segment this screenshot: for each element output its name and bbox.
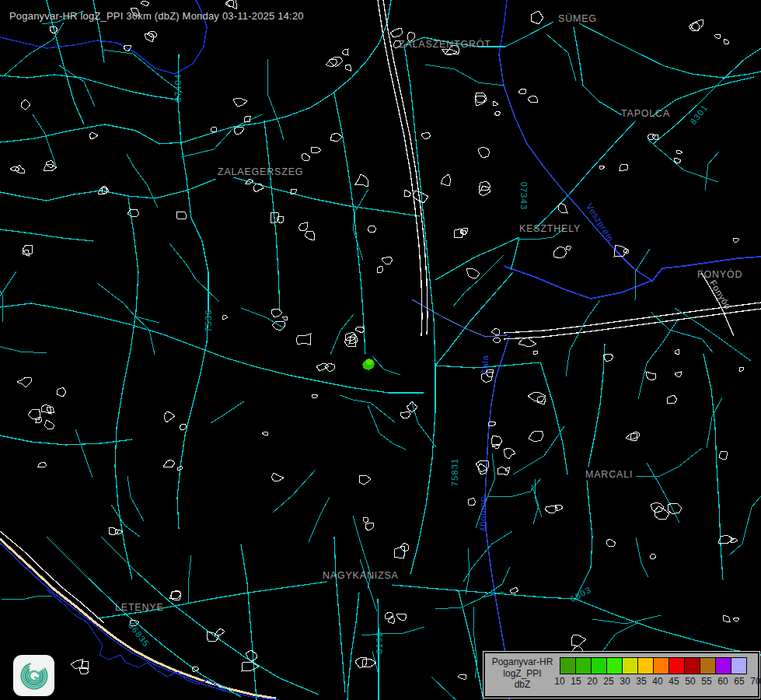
- radar-map-canvas: [0, 0, 761, 700]
- legend-tick: 60: [717, 676, 728, 687]
- region-label-zala: Zala: [480, 355, 490, 375]
- spiral-logo-icon: [17, 659, 51, 693]
- legend-color-scale: [560, 657, 747, 674]
- city-label-nagykanizsa: NAGYKANIZSA: [323, 570, 399, 581]
- legend-swatch: [606, 657, 623, 674]
- legend-tick: 15: [571, 676, 581, 687]
- radar-legend: Poganyvar-HR logZ_PPI dbZ 10152025303540…: [483, 652, 759, 698]
- legend-swatch: [668, 657, 685, 674]
- legend-swatch: [560, 657, 576, 674]
- legend-tick: 65: [734, 676, 744, 687]
- weather-service-logo-icon: [13, 655, 54, 696]
- legend-swatch: [684, 657, 700, 674]
- road-number-07343: 07343: [519, 182, 529, 211]
- city-label-marcali: MARCALI: [585, 469, 633, 480]
- road-number-6190: 6190: [375, 631, 384, 653]
- legend-swatch: [731, 657, 747, 674]
- legend-tick-labels: 10152025303540455055606570: [560, 675, 747, 688]
- city-label-zalaszentgrot: ZALASZENTGRÓT: [399, 39, 491, 50]
- legend-product-name: logZ_PPI: [485, 668, 560, 680]
- city-label-sumeg: SÜMEG: [558, 13, 597, 24]
- legend-swatch: [622, 657, 638, 674]
- legend-tick: 50: [685, 676, 695, 687]
- legend-swatch: [653, 657, 669, 674]
- city-label-tapolca: TAPOLCA: [621, 108, 670, 119]
- road-number-75831: 75831: [450, 458, 459, 487]
- legend-station-name: Poganyvar-HR: [485, 656, 560, 668]
- radar-title: Poganyvar-HR logZ_PPI 30km (dbZ) Monday …: [9, 10, 304, 22]
- legend-swatch: [591, 657, 607, 674]
- legend-tick: 70: [750, 676, 760, 687]
- legend-swatch: [575, 657, 592, 674]
- city-label-fonyod: FONYÓD: [697, 269, 742, 280]
- legend-tick: 20: [587, 676, 597, 687]
- city-label-zalaegerszeg: ZALAEGERSZEG: [218, 166, 303, 177]
- road-number-07404: 07404: [173, 74, 183, 103]
- legend-swatch: [637, 657, 654, 674]
- region-label-somogy: Somogy: [480, 496, 489, 532]
- legend-tick: 10: [554, 676, 564, 687]
- legend-unit-label: dbZ: [485, 679, 560, 691]
- radar-map-view: Poganyvar-HR logZ_PPI 30km (dbZ) Monday …: [0, 0, 761, 700]
- legend-tick: 35: [636, 676, 646, 687]
- legend-tick: 40: [652, 676, 662, 687]
- legend-tick: 55: [701, 676, 711, 687]
- city-label-letenye: LETENYE: [115, 602, 164, 613]
- legend-tick: 30: [620, 676, 630, 687]
- road-number-7536: 7536: [204, 309, 213, 331]
- city-label-keszthely: KESZTHELY: [519, 223, 581, 234]
- legend-swatch: [700, 657, 716, 674]
- legend-swatch: [715, 657, 731, 674]
- legend-tick: 45: [668, 676, 679, 687]
- legend-tick: 25: [603, 676, 613, 687]
